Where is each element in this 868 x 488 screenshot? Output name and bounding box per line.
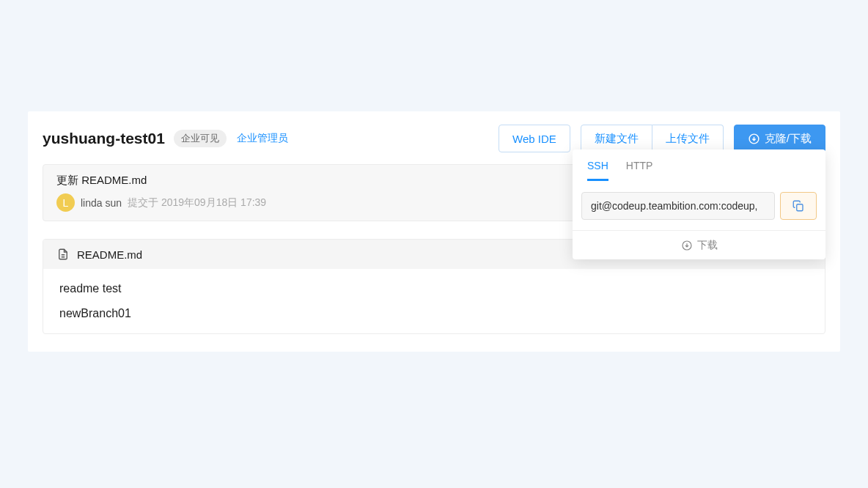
file-line: newBranch01 (59, 307, 809, 320)
avatar: L (56, 193, 75, 212)
file-name: README.md (77, 248, 142, 261)
web-ide-label: Web IDE (512, 133, 556, 145)
tab-ssh[interactable]: SSH (587, 160, 608, 181)
new-file-button[interactable]: 新建文件 (581, 125, 652, 152)
clone-tabs: SSH HTTP (573, 160, 825, 182)
file-action-group: 新建文件 上传文件 (581, 125, 724, 152)
tab-http[interactable]: HTTP (626, 160, 653, 181)
upload-file-button[interactable]: 上传文件 (652, 125, 724, 152)
svg-rect-1 (797, 204, 803, 211)
file-body: readme test newBranch01 (43, 269, 825, 333)
web-ide-button[interactable]: Web IDE (499, 125, 570, 152)
download-label: 下载 (697, 239, 718, 252)
visibility-badge: 企业可见 (174, 130, 227, 147)
clone-dropdown: SSH HTTP 下载 (573, 149, 825, 259)
download-icon (681, 240, 693, 251)
copy-icon (792, 199, 805, 212)
upload-file-label: 上传文件 (666, 132, 710, 146)
new-file-label: 新建文件 (595, 132, 639, 146)
download-circle-icon (748, 133, 760, 145)
clone-url-row (581, 192, 817, 220)
download-row[interactable]: 下载 (573, 230, 825, 259)
clone-download-button[interactable]: 克隆/下载 (734, 125, 825, 152)
repo-title: yushuang-test01 (43, 130, 165, 147)
clone-label: 克隆/下载 (765, 132, 812, 146)
file-icon (56, 248, 70, 261)
repo-card: yushuang-test01 企业可见 企业管理员 Web IDE 新建文件 … (28, 111, 840, 352)
clone-url-input[interactable] (581, 192, 775, 220)
admin-link[interactable]: 企业管理员 (237, 132, 288, 145)
commit-time: 提交于 2019年09月18日 17:39 (128, 196, 266, 210)
copy-button[interactable] (780, 192, 817, 220)
commit-author: linda sun (81, 197, 122, 209)
file-line: readme test (59, 282, 809, 295)
